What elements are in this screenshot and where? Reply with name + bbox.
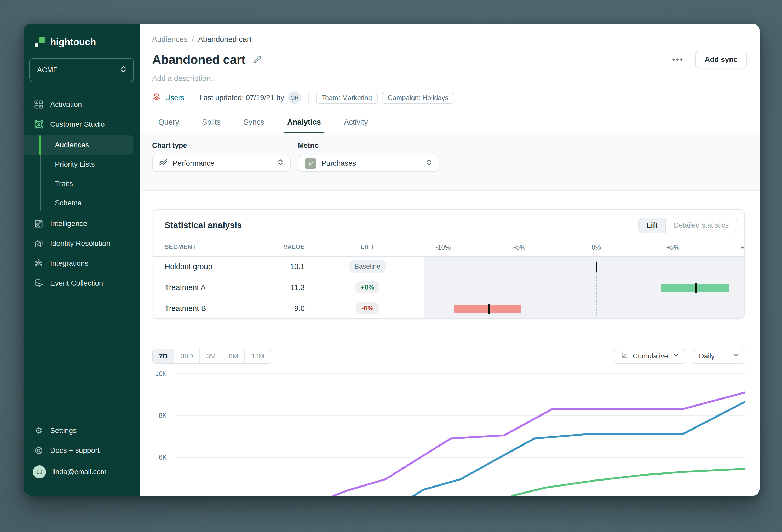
table-row: Treatment A 11.3 +8% [153, 278, 744, 298]
sidebar-item-audiences[interactable]: Audiences [24, 135, 133, 155]
parent-model-link[interactable]: Users [152, 93, 184, 103]
range-3m[interactable]: 3M [200, 349, 222, 363]
description-placeholder[interactable]: Add a description... [152, 74, 217, 83]
tag-team: Team: Marketing [316, 92, 378, 104]
sidebar-item-docs-support[interactable]: Docs + support [24, 440, 140, 460]
sidebar-item-priority-lists[interactable]: Priority Lists [24, 155, 140, 174]
sidebar: hightouch ACME Activation [24, 24, 140, 496]
tag-campaign: Campaign: Holidays [382, 92, 454, 104]
range-6m[interactable]: 6M [222, 349, 245, 363]
range-12m[interactable]: 12M [245, 349, 271, 363]
breadcrumb-current: Abandoned cart [198, 35, 252, 44]
aggregation-mode-select[interactable]: Cumulative [614, 349, 685, 364]
tab-splits[interactable]: Splits [202, 118, 221, 133]
table-header: SEGMENT VALUE LIFT -10%-5%0%+5%+ [153, 239, 744, 257]
sidebar-item-label: Schema [55, 199, 82, 207]
gear-icon: ⚙ [34, 426, 43, 435]
tab-bar: Query Splits Syncs Analytics Activity [140, 111, 759, 133]
lifebuoy-icon [34, 446, 43, 455]
toggle-detailed-statistics[interactable]: Detailed statistics [666, 218, 737, 233]
chart-type-label: Chart type [152, 142, 291, 150]
table-row: Treatment B 9.0 -6% [153, 298, 744, 319]
sidebar-item-label: Settings [50, 426, 77, 435]
sidebar-item-label: Event Collection [50, 279, 103, 287]
layers-icon [152, 93, 161, 103]
avatar: LJ [33, 465, 46, 478]
segment-cell: Treatment A [165, 283, 206, 292]
add-sync-button[interactable]: Add sync [695, 51, 747, 68]
sidebar-item-settings[interactable]: ⚙ Settings [24, 421, 140, 440]
tab-activity[interactable]: Activity [344, 118, 368, 133]
sidebar-item-label: Audiences [55, 141, 89, 149]
divider [308, 92, 309, 104]
y-axis-tick: 10K [149, 370, 167, 378]
date-range-segmented: 7D 30D 3M 6M 12M [152, 349, 271, 364]
value-cell: 10.1 [247, 262, 305, 271]
sidebar-item-customer-studio[interactable]: Customer Studio [24, 114, 140, 134]
chevron-updown-icon [277, 158, 284, 168]
series-blue [413, 402, 745, 496]
divider [191, 92, 192, 104]
interval-select[interactable]: Daily [692, 349, 745, 364]
sidebar-item-traits[interactable]: Traits [24, 174, 140, 193]
lift-detailed-toggle: Lift Detailed statistics [638, 218, 737, 233]
cumulative-axis-icon [620, 351, 628, 361]
workspace-selector[interactable]: ACME [29, 58, 134, 82]
sidebar-item-identity-resolution[interactable]: Identity Resolution [24, 234, 140, 253]
trend-controls: 7D 30D 3M 6M 12M Cumulative [152, 349, 745, 364]
sidebar-item-label: Identity Resolution [50, 239, 110, 248]
value-cell: 9.0 [247, 304, 305, 313]
tab-query[interactable]: Query [158, 118, 179, 133]
lift-badge: +8% [355, 281, 380, 293]
sidebar-item-event-collection[interactable]: Event Collection [24, 273, 140, 293]
interval-value: Daily [699, 352, 715, 360]
sidebar-item-label: Customer Studio [50, 120, 105, 129]
lift-axis-label: -10% [435, 244, 451, 251]
table-row: Holdout group 10.1 Baseline [153, 257, 744, 278]
range-30d[interactable]: 30D [174, 349, 200, 363]
chevron-down-icon [673, 352, 679, 360]
metric-select[interactable]: Purchases [298, 155, 439, 172]
lift-axis-label: -5% [514, 244, 525, 251]
purchases-icon [305, 157, 316, 169]
range-7d[interactable]: 7D [153, 349, 174, 363]
chevron-updown-icon [120, 65, 127, 75]
main-content: Audiences / Abandoned cart Abandoned car… [140, 24, 759, 496]
breadcrumb-audiences-link[interactable]: Audiences [152, 35, 187, 44]
performance-icon [159, 158, 167, 169]
sidebar-item-intelligence[interactable]: Intelligence [24, 214, 140, 234]
edit-title-icon[interactable] [253, 55, 262, 64]
table-body: Holdout group 10.1 Baseline Treatment A … [153, 257, 744, 318]
trend-chart-canvas [176, 367, 745, 496]
tab-analytics[interactable]: Analytics [287, 118, 321, 133]
lift-axis-label: + [741, 244, 745, 251]
card-title: Statistical analysis [165, 220, 242, 230]
sidebar-item-integrations[interactable]: Integrations [24, 253, 140, 273]
more-actions-button[interactable]: ••• [672, 55, 684, 64]
logo-text: hightouch [50, 37, 96, 47]
parent-model-label: Users [165, 94, 184, 102]
tab-syncs[interactable]: Syncs [244, 118, 264, 133]
chart-type-select[interactable]: Performance [152, 155, 291, 172]
breadcrumb: Audiences / Abandoned cart [152, 35, 251, 44]
integrations-icon [34, 259, 43, 268]
breadcrumb-separator: / [191, 35, 194, 44]
sidebar-item-label: Docs + support [50, 446, 100, 455]
metric-label: Metric [298, 142, 439, 150]
value-cell: 11.3 [247, 283, 305, 292]
sidebar-item-label: Priority Lists [55, 160, 95, 169]
statistical-analysis-card: Statistical analysis Lift Detailed stati… [153, 209, 745, 319]
user-menu[interactable]: LJ linda@email.com [24, 460, 140, 484]
toggle-lift[interactable]: Lift [639, 218, 666, 233]
y-axis-tick: 8K [149, 412, 167, 419]
column-header-value: VALUE [247, 244, 305, 251]
segment-cell: Treatment B [165, 304, 206, 313]
y-axis-tick: 6K [149, 454, 167, 461]
sidebar-item-activation[interactable]: Activation [24, 95, 140, 114]
metric-value: Purchases [321, 159, 420, 168]
series-green [512, 469, 745, 496]
sidebar-item-schema[interactable]: Schema [24, 193, 140, 213]
column-header-segment: SEGMENT [165, 244, 196, 251]
last-updated-text: Last updated: 07/19/21 by [200, 94, 284, 102]
sidebar-item-label: Integrations [50, 259, 88, 268]
